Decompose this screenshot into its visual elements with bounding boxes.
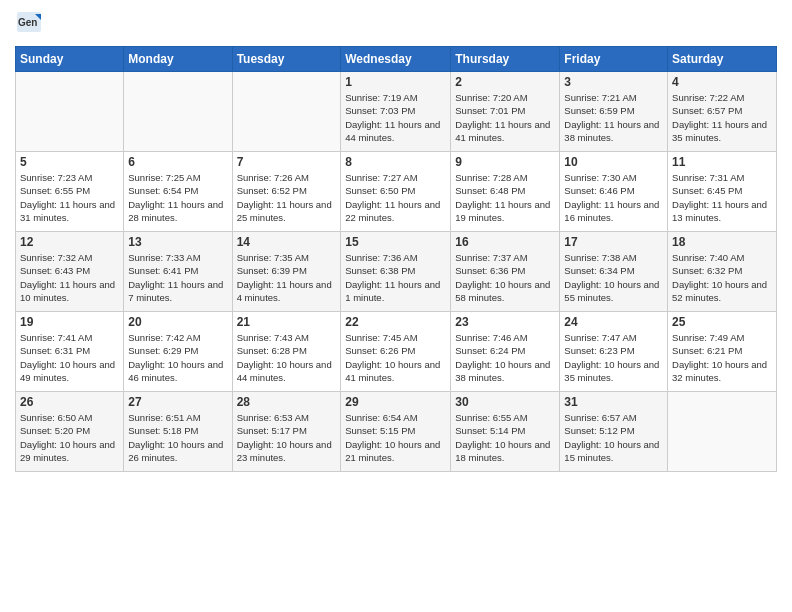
day-number: 17 (564, 235, 663, 249)
day-cell: 30Sunrise: 6:55 AMSunset: 5:14 PMDayligh… (451, 392, 560, 472)
day-info: Sunrise: 7:20 AMSunset: 7:01 PMDaylight:… (455, 91, 555, 144)
day-number: 31 (564, 395, 663, 409)
day-cell (232, 72, 341, 152)
day-cell: 5Sunrise: 7:23 AMSunset: 6:55 PMDaylight… (16, 152, 124, 232)
calendar-table: SundayMondayTuesdayWednesdayThursdayFrid… (15, 46, 777, 472)
day-info: Sunrise: 7:43 AMSunset: 6:28 PMDaylight:… (237, 331, 337, 384)
day-info: Sunrise: 7:41 AMSunset: 6:31 PMDaylight:… (20, 331, 119, 384)
day-info: Sunrise: 7:23 AMSunset: 6:55 PMDaylight:… (20, 171, 119, 224)
day-cell: 11Sunrise: 7:31 AMSunset: 6:45 PMDayligh… (668, 152, 777, 232)
day-number: 9 (455, 155, 555, 169)
day-number: 28 (237, 395, 337, 409)
day-info: Sunrise: 7:40 AMSunset: 6:32 PMDaylight:… (672, 251, 772, 304)
day-cell: 20Sunrise: 7:42 AMSunset: 6:29 PMDayligh… (124, 312, 232, 392)
day-cell: 12Sunrise: 7:32 AMSunset: 6:43 PMDayligh… (16, 232, 124, 312)
day-number: 6 (128, 155, 227, 169)
week-row-3: 12Sunrise: 7:32 AMSunset: 6:43 PMDayligh… (16, 232, 777, 312)
day-info: Sunrise: 7:32 AMSunset: 6:43 PMDaylight:… (20, 251, 119, 304)
day-cell: 24Sunrise: 7:47 AMSunset: 6:23 PMDayligh… (560, 312, 668, 392)
day-cell (16, 72, 124, 152)
day-cell: 21Sunrise: 7:43 AMSunset: 6:28 PMDayligh… (232, 312, 341, 392)
day-info: Sunrise: 6:55 AMSunset: 5:14 PMDaylight:… (455, 411, 555, 464)
weekday-header-row: SundayMondayTuesdayWednesdayThursdayFrid… (16, 47, 777, 72)
day-number: 5 (20, 155, 119, 169)
day-number: 27 (128, 395, 227, 409)
day-number: 8 (345, 155, 446, 169)
day-number: 22 (345, 315, 446, 329)
day-info: Sunrise: 6:50 AMSunset: 5:20 PMDaylight:… (20, 411, 119, 464)
weekday-monday: Monday (124, 47, 232, 72)
day-cell: 19Sunrise: 7:41 AMSunset: 6:31 PMDayligh… (16, 312, 124, 392)
day-info: Sunrise: 7:25 AMSunset: 6:54 PMDaylight:… (128, 171, 227, 224)
day-number: 30 (455, 395, 555, 409)
day-number: 24 (564, 315, 663, 329)
day-number: 4 (672, 75, 772, 89)
day-info: Sunrise: 7:27 AMSunset: 6:50 PMDaylight:… (345, 171, 446, 224)
day-cell: 22Sunrise: 7:45 AMSunset: 6:26 PMDayligh… (341, 312, 451, 392)
day-cell: 27Sunrise: 6:51 AMSunset: 5:18 PMDayligh… (124, 392, 232, 472)
day-number: 19 (20, 315, 119, 329)
day-info: Sunrise: 7:47 AMSunset: 6:23 PMDaylight:… (564, 331, 663, 384)
day-info: Sunrise: 7:35 AMSunset: 6:39 PMDaylight:… (237, 251, 337, 304)
day-cell: 28Sunrise: 6:53 AMSunset: 5:17 PMDayligh… (232, 392, 341, 472)
day-info: Sunrise: 6:51 AMSunset: 5:18 PMDaylight:… (128, 411, 227, 464)
day-number: 18 (672, 235, 772, 249)
day-cell (668, 392, 777, 472)
day-number: 26 (20, 395, 119, 409)
day-info: Sunrise: 6:57 AMSunset: 5:12 PMDaylight:… (564, 411, 663, 464)
day-cell: 9Sunrise: 7:28 AMSunset: 6:48 PMDaylight… (451, 152, 560, 232)
day-cell: 18Sunrise: 7:40 AMSunset: 6:32 PMDayligh… (668, 232, 777, 312)
weekday-thursday: Thursday (451, 47, 560, 72)
day-info: Sunrise: 7:42 AMSunset: 6:29 PMDaylight:… (128, 331, 227, 384)
day-cell: 25Sunrise: 7:49 AMSunset: 6:21 PMDayligh… (668, 312, 777, 392)
day-cell: 6Sunrise: 7:25 AMSunset: 6:54 PMDaylight… (124, 152, 232, 232)
day-number: 20 (128, 315, 227, 329)
weekday-tuesday: Tuesday (232, 47, 341, 72)
logo-icon: Gen (15, 10, 43, 38)
weekday-wednesday: Wednesday (341, 47, 451, 72)
day-number: 12 (20, 235, 119, 249)
day-info: Sunrise: 7:49 AMSunset: 6:21 PMDaylight:… (672, 331, 772, 384)
week-row-2: 5Sunrise: 7:23 AMSunset: 6:55 PMDaylight… (16, 152, 777, 232)
day-number: 10 (564, 155, 663, 169)
header: Gen (15, 10, 777, 38)
day-info: Sunrise: 7:45 AMSunset: 6:26 PMDaylight:… (345, 331, 446, 384)
svg-text:Gen: Gen (18, 17, 37, 28)
day-number: 11 (672, 155, 772, 169)
day-number: 3 (564, 75, 663, 89)
day-number: 29 (345, 395, 446, 409)
day-number: 16 (455, 235, 555, 249)
weekday-friday: Friday (560, 47, 668, 72)
day-cell: 10Sunrise: 7:30 AMSunset: 6:46 PMDayligh… (560, 152, 668, 232)
day-cell: 29Sunrise: 6:54 AMSunset: 5:15 PMDayligh… (341, 392, 451, 472)
day-info: Sunrise: 7:36 AMSunset: 6:38 PMDaylight:… (345, 251, 446, 304)
day-info: Sunrise: 7:22 AMSunset: 6:57 PMDaylight:… (672, 91, 772, 144)
day-cell: 15Sunrise: 7:36 AMSunset: 6:38 PMDayligh… (341, 232, 451, 312)
day-info: Sunrise: 7:33 AMSunset: 6:41 PMDaylight:… (128, 251, 227, 304)
weekday-sunday: Sunday (16, 47, 124, 72)
day-cell: 13Sunrise: 7:33 AMSunset: 6:41 PMDayligh… (124, 232, 232, 312)
page: Gen SundayMondayTuesdayWednesdayThursday… (0, 0, 792, 612)
day-info: Sunrise: 6:54 AMSunset: 5:15 PMDaylight:… (345, 411, 446, 464)
day-cell: 14Sunrise: 7:35 AMSunset: 6:39 PMDayligh… (232, 232, 341, 312)
day-info: Sunrise: 7:46 AMSunset: 6:24 PMDaylight:… (455, 331, 555, 384)
day-number: 14 (237, 235, 337, 249)
day-cell: 1Sunrise: 7:19 AMSunset: 7:03 PMDaylight… (341, 72, 451, 152)
day-number: 7 (237, 155, 337, 169)
day-number: 15 (345, 235, 446, 249)
day-cell: 2Sunrise: 7:20 AMSunset: 7:01 PMDaylight… (451, 72, 560, 152)
day-cell: 8Sunrise: 7:27 AMSunset: 6:50 PMDaylight… (341, 152, 451, 232)
day-info: Sunrise: 7:26 AMSunset: 6:52 PMDaylight:… (237, 171, 337, 224)
day-info: Sunrise: 7:38 AMSunset: 6:34 PMDaylight:… (564, 251, 663, 304)
day-number: 21 (237, 315, 337, 329)
day-number: 25 (672, 315, 772, 329)
day-cell: 31Sunrise: 6:57 AMSunset: 5:12 PMDayligh… (560, 392, 668, 472)
day-info: Sunrise: 7:30 AMSunset: 6:46 PMDaylight:… (564, 171, 663, 224)
day-cell: 23Sunrise: 7:46 AMSunset: 6:24 PMDayligh… (451, 312, 560, 392)
day-cell: 3Sunrise: 7:21 AMSunset: 6:59 PMDaylight… (560, 72, 668, 152)
week-row-1: 1Sunrise: 7:19 AMSunset: 7:03 PMDaylight… (16, 72, 777, 152)
day-info: Sunrise: 7:21 AMSunset: 6:59 PMDaylight:… (564, 91, 663, 144)
day-number: 13 (128, 235, 227, 249)
day-number: 23 (455, 315, 555, 329)
day-cell: 16Sunrise: 7:37 AMSunset: 6:36 PMDayligh… (451, 232, 560, 312)
